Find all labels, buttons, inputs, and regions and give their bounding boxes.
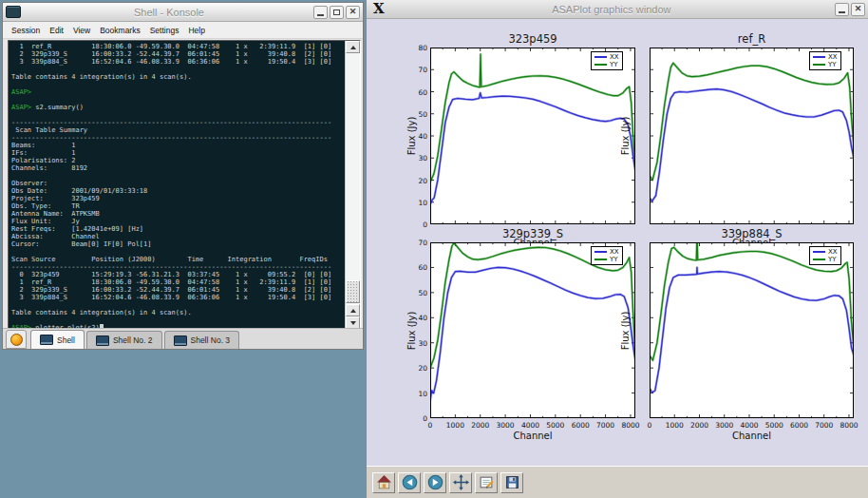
- plot-area-339p884_S: [650, 242, 854, 418]
- terminal-line: 1 ref_R 18:30:06.0 -49.59.30.0 04:47:58 …: [11, 43, 345, 50]
- plot-toolbar: [367, 466, 868, 498]
- legend-entry: YY: [813, 256, 838, 263]
- asaplot-titlebar[interactable]: X ASAPlot graphics window ✕: [367, 0, 868, 19]
- x-tick-label: 3000: [493, 421, 518, 430]
- terminal-line: ASAP>: [11, 88, 345, 96]
- minimize-icon: [839, 11, 845, 13]
- x-tick-label: 7000: [594, 421, 618, 430]
- legend: XXYY: [809, 51, 841, 70]
- konsole-menubar: SessionEditViewBookmarksSettingsHelp: [3, 22, 363, 39]
- forward-button[interactable]: [424, 472, 446, 493]
- plot-area-329p339_S: [430, 242, 635, 418]
- terminal-line: Rest Freqs: [1.42041e+09] [Hz]: [11, 225, 345, 233]
- x-tick-label: 7000: [812, 421, 837, 430]
- pan-button[interactable]: [449, 472, 472, 493]
- terminal-line: ----------------------------------------…: [11, 134, 345, 142]
- y-tick-label: 0: [408, 220, 427, 229]
- pan-icon: [453, 474, 469, 490]
- terminal-line: Channels: 8192: [11, 164, 345, 172]
- konsole-app-icon: [6, 6, 21, 18]
- terminal-tab-icon: [96, 335, 109, 346]
- new-session-icon: [10, 334, 23, 346]
- legend: XXYY: [809, 246, 841, 265]
- legend-entry: YY: [594, 61, 619, 68]
- legend-label: XX: [828, 53, 838, 61]
- y-axis-label: Flux (Jy): [406, 117, 417, 156]
- menu-item-view[interactable]: View: [68, 26, 95, 35]
- menu-item-help[interactable]: Help: [183, 26, 209, 35]
- legend: XXYY: [591, 51, 623, 70]
- new-session-button[interactable]: [6, 330, 27, 349]
- terminal-line: Beams: 1: [11, 142, 345, 149]
- scroll-up-icon[interactable]: [346, 41, 360, 53]
- close-icon: ✕: [349, 8, 357, 16]
- home-button[interactable]: [372, 472, 395, 493]
- minimize-button[interactable]: [313, 6, 328, 19]
- configure-button[interactable]: [475, 472, 498, 493]
- x-tick-label: 4000: [518, 421, 542, 430]
- back-button[interactable]: [398, 472, 421, 493]
- legend-line-sample: [594, 64, 607, 66]
- terminal-line: Scan Table Summary: [11, 126, 345, 134]
- plot-area-ref_R: [650, 48, 854, 224]
- close-button[interactable]: ✕: [346, 6, 360, 19]
- y-tick-label: 70: [408, 239, 427, 247]
- minimize-button[interactable]: [835, 3, 849, 16]
- x-tick-label: 0: [418, 421, 443, 430]
- y-tick-label: 20: [408, 177, 427, 185]
- terminal-line: Abcissa: Channel: [11, 233, 345, 240]
- terminal-line: 1 ref_R 18:30:06.0 -49.59.30.0 04:47:58 …: [11, 278, 345, 286]
- konsole-titlebar[interactable]: Shell - Konsole ✕: [3, 3, 363, 22]
- terminal-line: [11, 111, 345, 119]
- save-button[interactable]: [500, 472, 523, 493]
- x-tick-label: 2000: [687, 421, 711, 430]
- terminal-line: Antenna Name: ATPKSMB: [11, 210, 345, 218]
- tab-shell-no-2[interactable]: Shell No. 2: [86, 331, 162, 349]
- terminal-line: Cursor: Beam[0] IF[0] Pol[1]: [11, 240, 345, 248]
- y-tick-label: 50: [408, 289, 427, 297]
- scrollbar-thumb[interactable]: [346, 280, 360, 303]
- menu-item-session[interactable]: Session: [7, 26, 45, 35]
- terminal-output[interactable]: 1 ref_R 18:30:06.0 -49.59.30.0 04:47:58 …: [9, 41, 345, 329]
- terminal-line: Obs. Type: TR: [11, 202, 345, 210]
- menu-item-settings[interactable]: Settings: [145, 26, 184, 35]
- legend-label: XX: [610, 53, 619, 61]
- y-tick-label: 10: [408, 390, 427, 398]
- x-tick-label: 5000: [762, 421, 786, 430]
- konsole-window: Shell - Konsole ✕ SessionEditViewBookmar…: [2, 2, 364, 350]
- x-tick-label: 3000: [712, 421, 737, 430]
- y-tick-label: 10: [408, 199, 427, 207]
- terminal-line: [11, 248, 345, 256]
- chart-title: 323p459: [430, 32, 635, 46]
- maximize-button[interactable]: [330, 6, 344, 19]
- configure-icon: [479, 474, 495, 490]
- y-tick-label: 80: [408, 44, 427, 52]
- terminal-line: [11, 66, 345, 73]
- minimize-icon: [317, 14, 324, 16]
- terminal-line: Polarisations: 2: [11, 157, 345, 164]
- terminal-line: Scan Source Position (J2000) Time Integr…: [11, 256, 345, 263]
- close-button[interactable]: ✕: [851, 3, 865, 16]
- terminal-scrollbar[interactable]: [345, 41, 360, 329]
- y-tick-label: 70: [408, 66, 427, 74]
- x-tick-label: 6000: [568, 421, 593, 430]
- close-icon: ✕: [855, 5, 862, 13]
- back-icon: [402, 474, 418, 490]
- x-tick-label: 4000: [737, 421, 762, 430]
- y-tick-label: 60: [408, 263, 427, 272]
- tab-shell-no-3[interactable]: Shell No. 3: [164, 331, 240, 349]
- terminal-line: ----------------------------------------…: [11, 263, 345, 271]
- legend-line-sample: [594, 56, 607, 58]
- menu-item-bookmarks[interactable]: Bookmarks: [95, 26, 145, 35]
- menu-item-edit[interactable]: Edit: [45, 26, 68, 35]
- y-tick-label: 30: [408, 154, 427, 163]
- legend-label: YY: [610, 61, 618, 68]
- scroll-up-icon[interactable]: [346, 304, 360, 316]
- figure-canvas[interactable]: 323p45901020304050607080ChannelFlux (Jy)…: [367, 19, 868, 466]
- terminal-line: 2 329p339_S 16:00:33.2 -52.44.39.7 06:01…: [11, 286, 345, 294]
- maximize-icon: [333, 10, 340, 15]
- x-tick-label: 0: [637, 421, 662, 430]
- y-tick-label: 20: [408, 364, 427, 373]
- tab-shell[interactable]: Shell: [30, 330, 85, 349]
- legend: XXYY: [591, 246, 623, 265]
